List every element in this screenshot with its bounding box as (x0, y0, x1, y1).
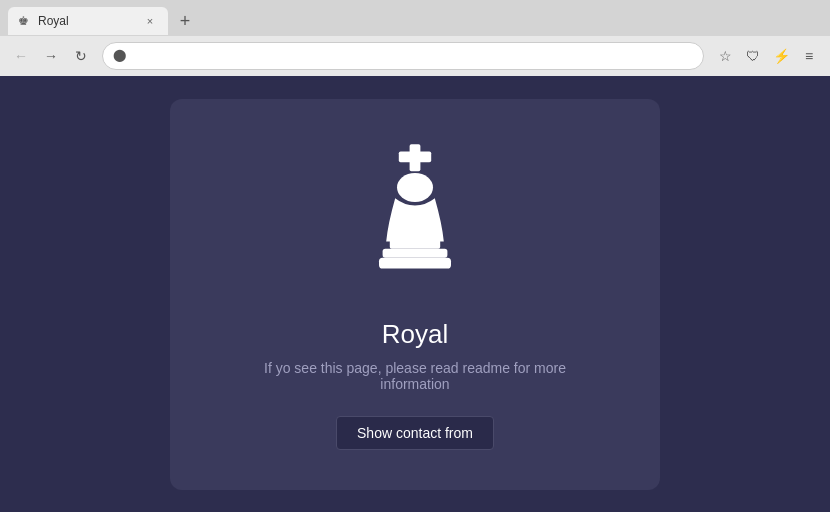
page-content: Royal If yo see this page, please read r… (0, 76, 830, 512)
forward-button[interactable]: → (38, 43, 64, 69)
tab-title: Royal (38, 14, 136, 28)
tab-close-button[interactable]: × (142, 13, 158, 29)
extensions-button[interactable]: ⚡ (768, 43, 794, 69)
bookmark-button[interactable]: ☆ (712, 43, 738, 69)
svg-rect-3 (390, 239, 440, 248)
privacy-icon: ⬤ (113, 48, 129, 64)
browser-toolbar: ← → ↻ ⬤ ☆ 🛡 ⚡ ≡ (0, 36, 830, 76)
main-card: Royal If yo see this page, please read r… (170, 99, 660, 490)
svg-point-2 (397, 173, 433, 202)
svg-rect-1 (399, 151, 431, 162)
browser-tab[interactable]: ♚ Royal × (8, 7, 168, 35)
app-title: Royal (382, 319, 448, 350)
reload-button[interactable]: ↻ (68, 43, 94, 69)
chess-king-icon (370, 139, 460, 299)
toolbar-actions: ☆ 🛡 ⚡ ≡ (712, 43, 822, 69)
svg-rect-5 (379, 257, 451, 268)
new-tab-button[interactable]: + (172, 8, 198, 34)
back-button[interactable]: ← (8, 43, 34, 69)
show-contact-button[interactable]: Show contact from (336, 416, 494, 450)
tab-bar: ♚ Royal × + (0, 0, 830, 36)
app-subtitle: If yo see this page, please read readme … (230, 360, 600, 392)
browser-chrome: ♚ Royal × + ← → ↻ ⬤ ☆ 🛡 ⚡ ≡ (0, 0, 830, 76)
tab-favicon-icon: ♚ (18, 14, 32, 28)
shield-button[interactable]: 🛡 (740, 43, 766, 69)
menu-button[interactable]: ≡ (796, 43, 822, 69)
svg-rect-4 (383, 248, 448, 257)
address-bar[interactable]: ⬤ (102, 42, 704, 70)
